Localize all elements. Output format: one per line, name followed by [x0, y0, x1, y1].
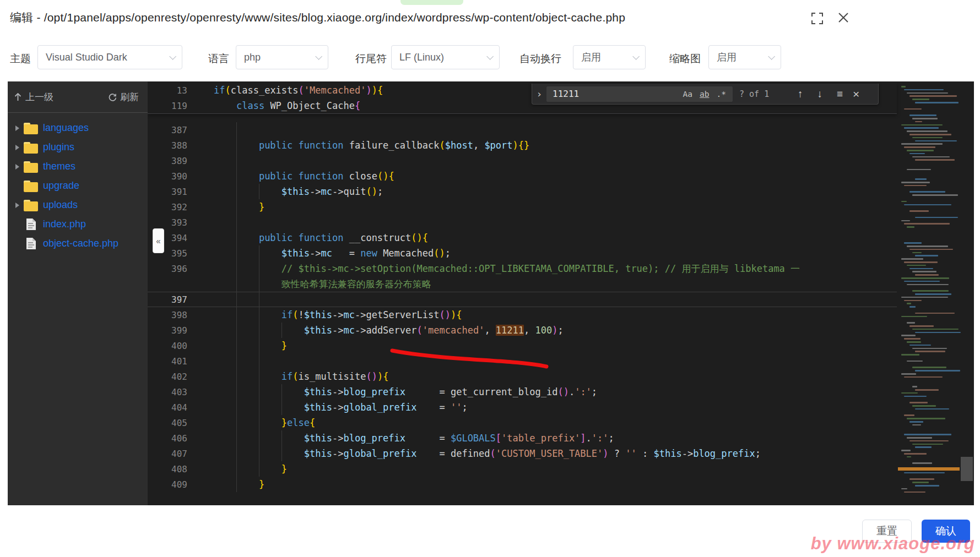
watermark-text: by www.xiaoge.org	[811, 534, 975, 554]
code-line-398[interactable]: 398 if(!$this->mc->getServerList()){	[148, 307, 897, 323]
code-line-408[interactable]: 408 }	[148, 461, 897, 477]
code-line-391[interactable]: 391 $this->mc->quit();	[148, 184, 897, 199]
find-close-button[interactable]: ×	[853, 88, 859, 101]
minimap-mark	[907, 92, 948, 94]
expand-arrow-icon[interactable]	[15, 203, 19, 208]
code-line-390[interactable]: 390 public function close(){	[148, 168, 897, 184]
line-content: if(!$this->mc->getServerList()){	[214, 309, 462, 320]
minimap-mark	[915, 446, 932, 448]
line-content: $this->mc->addServer('memcached', 11211,…	[214, 325, 564, 336]
tree-item-themes[interactable]: themes	[8, 157, 148, 176]
minimap-mark	[901, 277, 949, 279]
code-line-388[interactable]: 388 public function failure_callback($ho…	[148, 138, 897, 153]
expand-arrow-icon[interactable]	[15, 125, 19, 131]
line-number: 393	[148, 217, 187, 228]
code-line-402[interactable]: 402 if(is_multisite()){	[148, 369, 897, 384]
minimap[interactable]	[898, 81, 960, 505]
find-input[interactable]: 11211 Aa ab .*	[546, 86, 733, 102]
whole-word-toggle[interactable]: ab	[697, 89, 712, 99]
minimap-mark	[912, 290, 949, 292]
find-in-selection-button[interactable]: ≡	[837, 88, 843, 100]
tree-item-index-php[interactable]: index.php	[8, 215, 148, 234]
line-content: $this->blog_prefix = get_current_blog_id…	[214, 386, 597, 397]
code-editor[interactable]: 13if(class_exists('Memcached')){119 clas…	[148, 81, 974, 505]
find-results-count: ? of 1	[739, 89, 783, 99]
expand-arrow-icon[interactable]	[15, 145, 19, 150]
tree-item-label: index.php	[43, 219, 86, 230]
code-line-409[interactable]: 409 }	[148, 477, 897, 492]
minimap-mark	[904, 127, 939, 129]
minimap-mark	[901, 488, 907, 490]
minimap-mark	[904, 108, 922, 110]
line-content: class WP_Object_Cache{	[214, 100, 360, 111]
code-line-399[interactable]: 399 $this->mc->addServer('memcached', 11…	[148, 323, 897, 338]
chevron-down-icon	[632, 53, 640, 60]
language-select[interactable]: php	[236, 45, 328, 69]
code-line-397[interactable]: 397	[148, 292, 897, 307]
tree-item-languages[interactable]: languages	[8, 118, 148, 138]
minimap-mark	[909, 306, 916, 308]
code-line-406[interactable]: 406 $this->blog_prefix = $GLOBALS['table…	[148, 430, 897, 446]
match-case-toggle[interactable]: Aa	[680, 89, 695, 99]
tree-item-object-cache-php[interactable]: object-cache.php	[8, 234, 148, 253]
code-line-394[interactable]: 394 public function __construct(){	[148, 230, 897, 245]
tree-item-plugins[interactable]: plugins	[8, 138, 148, 157]
eol-select[interactable]: LF (Linux)	[391, 45, 500, 69]
line-number: 389	[148, 156, 187, 166]
find-previous-button[interactable]: ↑	[798, 88, 803, 100]
code-line-393[interactable]: 393	[148, 215, 897, 230]
expand-arrow-icon[interactable]	[15, 164, 19, 170]
code-line-389[interactable]: 389	[148, 153, 897, 168]
minimap-mark	[909, 440, 949, 442]
line-content: }	[214, 463, 287, 474]
code-line-404[interactable]: 404 $this->global_prefix = '';	[148, 400, 897, 415]
minimap-mark	[901, 373, 916, 375]
minimap-mark	[904, 492, 925, 493]
theme-select[interactable]: Visual Studio Dark	[37, 45, 182, 69]
minimap-mark	[904, 223, 950, 225]
code-line-395[interactable]: 395 $this->mc = new Memcached();	[148, 245, 897, 261]
code-line-392[interactable]: 392 }	[148, 199, 897, 215]
minimap-select[interactable]: 启用	[708, 45, 781, 69]
line-content: }	[214, 479, 264, 490]
minimap-mark	[904, 434, 951, 435]
code-line-401[interactable]: 401	[148, 353, 897, 369]
line-number: 13	[148, 85, 187, 96]
minimap-mark	[912, 329, 959, 330]
code-lines[interactable]: 387388 public function failure_callback(…	[148, 122, 897, 492]
line-number: 397	[148, 294, 187, 305]
refresh-icon	[109, 93, 117, 101]
code-line-407[interactable]: 407 $this->global_prefix = defined('CUST…	[148, 446, 897, 461]
code-line-403[interactable]: 403 $this->blog_prefix = get_current_blo…	[148, 384, 897, 400]
line-content: // $this->mc->setOption(Memcached::OPT_L…	[214, 263, 800, 275]
sidebar-collapse-handle[interactable]: «	[153, 228, 164, 253]
tree-item-label: plugins	[43, 141, 74, 153]
word-wrap-select[interactable]: 启用	[573, 45, 646, 69]
tree-item-uploads[interactable]: uploads	[8, 195, 148, 215]
code-line-396[interactable]: 396 // $this->mc->setOption(Memcached::O…	[148, 261, 897, 276]
minimap-mark	[915, 121, 922, 123]
minimap-mark	[907, 226, 914, 228]
scrollbar-slider[interactable]	[961, 457, 973, 481]
minimap-select-value: 启用	[717, 51, 737, 64]
minimap-mark	[907, 150, 934, 151]
minimap-mark	[901, 182, 930, 183]
up-one-level-button[interactable]: 上一级	[14, 91, 53, 103]
minimap-mark	[909, 249, 953, 250]
code-line-wrap[interactable]: 致性哈希算法兼容的服务器分布策略	[148, 276, 897, 292]
regex-toggle[interactable]: .*	[714, 89, 729, 99]
code-line-400[interactable]: 400 }	[148, 338, 897, 353]
minimap-mark	[912, 137, 943, 139]
minimap-mark	[909, 114, 936, 116]
find-next-button[interactable]: ↓	[817, 88, 823, 100]
code-line-387[interactable]: 387	[148, 122, 897, 138]
find-expand-chevron-icon[interactable]: ›	[532, 88, 546, 100]
minimap-mark	[915, 389, 939, 391]
code-line-405[interactable]: 405 }else{	[148, 415, 897, 430]
close-icon[interactable]	[836, 10, 851, 25]
refresh-button[interactable]: 刷新	[109, 91, 139, 103]
minimap-mark	[901, 86, 906, 88]
fullscreen-icon[interactable]	[810, 11, 824, 25]
tree-item-upgrade[interactable]: upgrade	[8, 176, 148, 195]
line-number: 390	[148, 171, 187, 182]
